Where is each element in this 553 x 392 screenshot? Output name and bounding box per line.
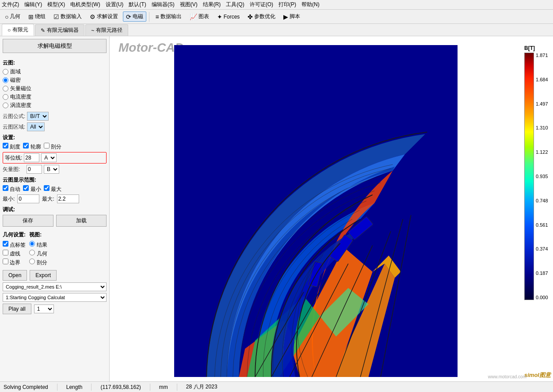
left-panel: 求解电磁模型 云图: 面域 磁密 矢量磁位 电流密度 涡流密度: [0, 36, 110, 381]
isoline-input[interactable]: [24, 153, 39, 162]
menu-print[interactable]: 打印(P): [278, 1, 296, 8]
toolbar-chart[interactable]: 📈 图表: [187, 11, 212, 22]
tab-fem-label: 有限元: [12, 26, 28, 34]
geo-col: 几何设置: 点标签 虚线 边界: [3, 228, 26, 266]
tab-fem-path[interactable]: ~ 有限元路径: [85, 24, 128, 36]
tab-fem-path-icon: ~: [91, 27, 94, 34]
solve-button[interactable]: 求解电磁模型: [3, 39, 107, 53]
check-section[interactable]: 剖分: [44, 143, 61, 151]
calc-select[interactable]: 1:Starting Cogging Calculat: [3, 293, 107, 302]
contour-section-label: 云图:: [3, 59, 107, 67]
max-input[interactable]: [57, 194, 79, 203]
scale-tick-3: 1.310: [536, 125, 548, 130]
formula-select[interactable]: B//T: [27, 112, 49, 121]
toolbar-script[interactable]: ▶ 脚本: [280, 11, 303, 22]
contour-flux-density[interactable]: 磁密: [3, 76, 107, 84]
statusbar-sep-3: [150, 384, 150, 391]
electromagnetic-icon: ⟳: [126, 13, 131, 20]
menu-editor[interactable]: 编辑器(S): [152, 1, 175, 8]
file-select[interactable]: Cogging_result_2.mes E:\: [3, 282, 107, 291]
menu-edit[interactable]: 编辑(Y): [24, 1, 42, 8]
menu-defaults[interactable]: 默认(T): [129, 1, 146, 8]
max-label: 最大:: [42, 195, 54, 203]
chart-icon: 📈: [190, 13, 197, 20]
toolbar-data-input[interactable]: ☑ 数据输入: [50, 11, 85, 22]
forces-icon: ✦: [217, 13, 222, 20]
menu-file[interactable]: 文件(Z): [2, 1, 19, 8]
region-select[interactable]: All: [27, 122, 45, 131]
settings-checkboxes: 刻度 轮廓 剖分: [3, 143, 107, 151]
scale-tick-4: 1.122: [536, 149, 548, 155]
toolbar-solve-settings[interactable]: ⚙ 求解设置: [87, 11, 121, 22]
check-contour[interactable]: 轮廓: [23, 143, 41, 151]
radio-result[interactable]: 结果: [29, 241, 47, 249]
toolbar-winding[interactable]: ⊞ 绕组: [25, 11, 49, 22]
save-button[interactable]: 保存: [3, 215, 53, 227]
check-point-label[interactable]: 点标签: [3, 241, 26, 249]
region-label: 云图区域:: [3, 123, 25, 131]
toolbar-forces-label: Forces: [224, 14, 240, 20]
unit: mm: [159, 384, 168, 390]
play-all-button[interactable]: Play all: [3, 304, 31, 314]
radio-geo[interactable]: 几何: [29, 250, 47, 258]
website-watermark: www.motorcad.com: [488, 374, 526, 379]
contour-area[interactable]: 面域: [3, 68, 107, 76]
scale-tick-6: 0.748: [536, 198, 548, 203]
menu-view[interactable]: 视图(V): [180, 1, 198, 8]
contour-eddy-density[interactable]: 涡流密度: [3, 102, 107, 109]
export-button[interactable]: Export: [30, 270, 57, 281]
menu-settings[interactable]: 设置(U): [106, 1, 124, 8]
toolbar-separator-1: [149, 12, 149, 22]
check-dash[interactable]: 虚线: [3, 250, 26, 258]
min-input[interactable]: [17, 194, 39, 203]
play-select[interactable]: 1: [34, 304, 54, 313]
check-auto[interactable]: 自动: [3, 185, 20, 193]
toolbar-data-input-label: 数据输入: [61, 13, 82, 20]
statusbar-sep-2: [91, 384, 92, 391]
check-min[interactable]: 最小: [23, 185, 41, 193]
isoline-row: 等位线: A B: [3, 152, 107, 164]
scale-label: B[T]: [524, 45, 535, 51]
menu-motor-type[interactable]: 电机类型(W): [70, 1, 100, 8]
menu-model[interactable]: 模型(X): [47, 1, 65, 8]
toolbar-geometry-label: 几何: [10, 13, 20, 20]
toolbar-data-output-label: 数据输出: [160, 13, 182, 20]
toolbar-electromagnetic[interactable]: ⟳ 电磁: [123, 11, 146, 22]
load-button[interactable]: 加载: [56, 215, 107, 227]
isoline-label: 等位线:: [5, 154, 22, 162]
optimization-icon: ✤: [248, 13, 253, 20]
scale-tick-7: 0.561: [536, 222, 548, 228]
contour-current-density[interactable]: 电流密度: [3, 93, 107, 101]
menu-license[interactable]: 许可证(O): [250, 1, 273, 8]
vector-label: 矢量图:: [3, 166, 25, 173]
scale-tick-1: 1.684: [536, 77, 548, 82]
solve-settings-icon: ⚙: [90, 13, 95, 20]
canvas-area: Motor-CAD: [110, 36, 553, 381]
open-button[interactable]: Open: [3, 270, 27, 281]
check-max[interactable]: 最大: [44, 185, 61, 193]
check-scale[interactable]: 刻度: [3, 143, 20, 151]
region-row: 云图区域: All: [3, 122, 107, 131]
menu-results[interactable]: 结果(R): [203, 1, 221, 8]
toolbar-forces[interactable]: ✦ Forces: [214, 12, 243, 22]
radio-section[interactable]: 剖分: [29, 259, 47, 266]
tab-fem[interactable]: ○ 有限元: [2, 24, 34, 36]
vector-input[interactable]: [27, 165, 42, 174]
isoline-select[interactable]: A B: [41, 153, 57, 162]
toolbar-data-output[interactable]: ≡ 数据输出: [152, 11, 184, 22]
motor-visualization: [114, 45, 518, 377]
scale-tick-9: 0.187: [536, 270, 548, 276]
menu-tools[interactable]: 工具(Q): [226, 1, 244, 8]
menu-help[interactable]: 帮助(N): [301, 1, 320, 8]
toolbar-geometry[interactable]: ○ 几何: [2, 11, 23, 22]
tab-fem-editor[interactable]: ✎ 有限元编辑器: [35, 24, 84, 36]
toolbar-optimization[interactable]: ✤ 参数优化: [244, 11, 278, 22]
check-border[interactable]: 边界: [3, 259, 26, 266]
statusbar-sep-1: [57, 384, 57, 391]
contour-vector-potential[interactable]: 矢量磁位: [3, 85, 107, 92]
scale-tick-0: 1.871: [536, 53, 548, 58]
range-auto-row: 自动 最小 最大: [3, 185, 107, 193]
menubar: 文件(Z) 编辑(Y) 模型(X) 电机类型(W) 设置(U) 默认(T) 编辑…: [0, 0, 553, 10]
view-col: 视图: 结果 几何 剖分: [29, 228, 47, 266]
vector-select[interactable]: B A: [44, 165, 59, 174]
